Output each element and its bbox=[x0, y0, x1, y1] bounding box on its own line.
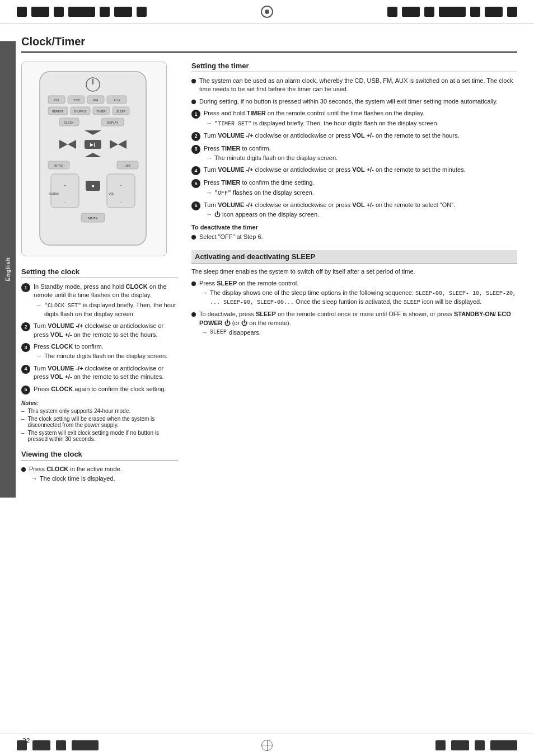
sleep-intro: The sleep timer enables the system to sw… bbox=[191, 268, 517, 275]
bar-seg bbox=[507, 7, 517, 17]
sleep-step-1: Press SLEEP on the remote control. → The… bbox=[191, 279, 517, 307]
svg-text:SLEEP: SLEEP bbox=[116, 110, 126, 113]
bar-seg bbox=[54, 7, 64, 17]
bar-seg bbox=[439, 7, 466, 17]
right-column: Setting the timer The system can be used… bbox=[191, 62, 517, 486]
setting-clock-title: Setting the clock bbox=[21, 267, 178, 278]
timer-bullet-2: During setting, if no button is pressed … bbox=[191, 97, 517, 106]
bar-seg bbox=[424, 7, 434, 17]
left-column: CD USB FM AUX REPEAT SHUFFLE TIMER bbox=[21, 62, 178, 486]
viewing-clock-steps: Press CLOCK in the active mode. → The cl… bbox=[21, 465, 178, 483]
page: English Clock/Timer CD bbox=[0, 24, 534, 497]
svg-text:USB: USB bbox=[125, 164, 131, 167]
clock-step-1: 1 In Standby mode, press and hold CLOCK … bbox=[21, 283, 178, 318]
sleep-steps: Press SLEEP on the remote control. → The… bbox=[191, 279, 517, 337]
svg-text:CD: CD bbox=[54, 98, 59, 102]
main-content: Clock/Timer CD USB bbox=[16, 24, 534, 497]
timer-step-6: 6 Turn VOLUME -/+ clockwise or anticlock… bbox=[191, 201, 517, 219]
bar-seg bbox=[470, 7, 480, 17]
svg-text:USB: USB bbox=[73, 98, 79, 102]
svg-text:+: + bbox=[64, 184, 66, 187]
timer-step-3: 3 Press TIMER to confirm. → The minute d… bbox=[191, 144, 517, 163]
svg-text:REPEAT: REPEAT bbox=[52, 110, 63, 113]
top-bar bbox=[0, 0, 534, 24]
deactivate-step-1: Select "OFF" at Step 6. bbox=[191, 233, 517, 241]
clock-step-5: 5 Press CLOCK again to confirm the clock… bbox=[21, 385, 178, 395]
svg-text:ALBUM: ALBUM bbox=[49, 192, 58, 195]
sleep-title: Activating and deactivating SLEEP bbox=[191, 250, 517, 264]
timer-step-4: 4 Turn VOLUME -/+ clockwise or anticlock… bbox=[191, 166, 517, 175]
svg-text:FM: FM bbox=[93, 98, 99, 102]
svg-text:▶‖: ▶‖ bbox=[90, 142, 96, 147]
clock-step-3: 3 Press CLOCK to confirm. → The minute d… bbox=[21, 342, 178, 361]
remote-image: CD USB FM AUX REPEAT SHUFFLE TIMER bbox=[21, 62, 167, 256]
bar-seg bbox=[68, 7, 95, 17]
timer-step-1: 1 Press and hold TIMER on the remote con… bbox=[191, 109, 517, 128]
svg-text:VOL: VOL bbox=[109, 192, 114, 195]
sleep-title-text: Activating and deactivating SLEEP bbox=[195, 252, 315, 261]
bar-seg bbox=[31, 7, 49, 17]
bottom-bar bbox=[0, 734, 534, 756]
language-tab: English bbox=[0, 41, 16, 497]
bar-seg bbox=[402, 7, 420, 17]
two-column-layout: CD USB FM AUX REPEAT SHUFFLE TIMER bbox=[21, 62, 517, 486]
bar-seg bbox=[387, 7, 397, 17]
clock-step-2: 2 Turn VOLUME -/+ clockwise or anticlock… bbox=[21, 322, 178, 339]
viewing-step-1: Press CLOCK in the active mode. → The cl… bbox=[21, 465, 178, 483]
bar-seg bbox=[100, 7, 110, 17]
clock-step-4: 4 Turn VOLUME -/+ clockwise or anticlock… bbox=[21, 364, 178, 382]
timer-bullet-1: The system can be used as an alarm clock… bbox=[191, 77, 517, 94]
bar-seg bbox=[485, 7, 503, 17]
note-2: –The clock setting will be erased when t… bbox=[21, 416, 178, 428]
bottom-crosshair-icon bbox=[261, 740, 273, 751]
svg-text:AUX: AUX bbox=[114, 98, 120, 102]
timer-step-5: 5 Press TIMER to confirm the time settin… bbox=[191, 179, 517, 197]
sleep-step-2: To deactivate, press SLEEP on the remote… bbox=[191, 310, 517, 337]
timer-step-2: 2 Turn VOLUME -/+ clockwise or anticlock… bbox=[191, 132, 517, 141]
svg-text:■: ■ bbox=[92, 184, 94, 188]
setting-clock-steps: 1 In Standby mode, press and hold CLOCK … bbox=[21, 283, 178, 395]
svg-text:SHUFFLE: SHUFFLE bbox=[74, 110, 87, 113]
note-3: –The system will exit clock setting mode… bbox=[21, 430, 178, 442]
svg-text:TIMER: TIMER bbox=[97, 110, 106, 113]
note-1: –This system only supports 24-hour mode. bbox=[21, 408, 178, 414]
crosshair-icon bbox=[261, 6, 273, 18]
svg-text:+: + bbox=[120, 184, 122, 187]
page-title: Clock/Timer bbox=[21, 35, 517, 53]
svg-text:CLOCK: CLOCK bbox=[64, 121, 74, 124]
bar-seg bbox=[114, 7, 132, 17]
viewing-clock-title: Viewing the clock bbox=[21, 450, 178, 461]
remote-svg: CD USB FM AUX REPEAT SHUFFLE TIMER bbox=[29, 69, 157, 248]
notes-box: Notes: –This system only supports 24-hou… bbox=[21, 400, 178, 442]
bar-seg bbox=[17, 7, 27, 17]
timer-bullets: The system can be used as an alarm clock… bbox=[191, 77, 517, 106]
svg-text:-: - bbox=[64, 200, 65, 204]
timer-steps: 1 Press and hold TIMER on the remote con… bbox=[191, 109, 517, 219]
svg-text:MUTE: MUTE bbox=[88, 217, 98, 220]
svg-text:-: - bbox=[120, 200, 121, 204]
notes-title: Notes: bbox=[21, 400, 178, 406]
svg-text:INTRO: INTRO bbox=[54, 164, 63, 167]
notes-list: –This system only supports 24-hour mode.… bbox=[21, 408, 178, 442]
deactivate-timer-title: To deactivate the timer bbox=[191, 224, 517, 231]
deactivate-timer-steps: Select "OFF" at Step 6. bbox=[191, 233, 517, 241]
setting-timer-title: Setting the timer bbox=[191, 62, 517, 72]
svg-text:DISPLAY: DISPLAY bbox=[107, 121, 119, 124]
bar-seg bbox=[137, 7, 147, 17]
